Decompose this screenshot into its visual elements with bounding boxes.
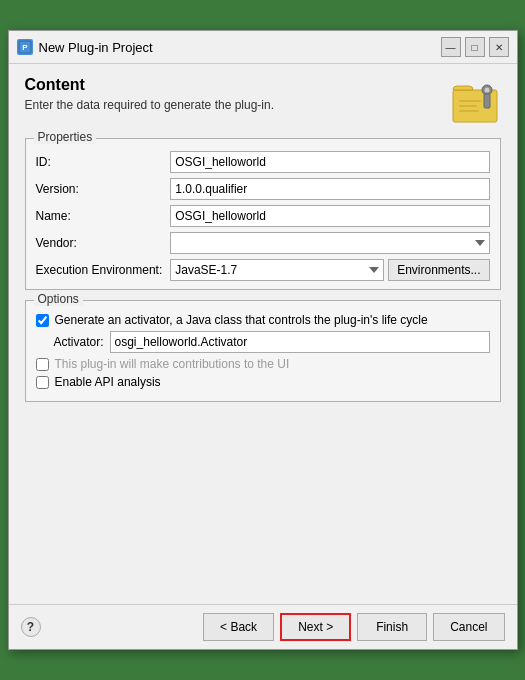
svg-point-5: [484, 88, 489, 93]
content-header: Content Enter the data required to gener…: [25, 76, 501, 128]
execution-env-row: JavaSE-1.7 Environments...: [170, 259, 489, 281]
activator-input[interactable]: [110, 331, 490, 353]
svg-rect-8: [459, 110, 479, 112]
spacer-area: [25, 412, 501, 592]
dialog-body: Content Enter the data required to gener…: [9, 64, 517, 604]
svg-rect-6: [459, 100, 481, 102]
options-section: Options Generate an activator, a Java cl…: [25, 300, 501, 402]
id-input[interactable]: [170, 151, 489, 173]
next-button[interactable]: Next >: [280, 613, 351, 641]
api-analysis-checkbox[interactable]: [36, 376, 49, 389]
name-label: Name:: [36, 209, 163, 223]
generate-activator-row: Generate an activator, a Java class that…: [36, 313, 490, 327]
close-button[interactable]: ✕: [489, 37, 509, 57]
id-label: ID:: [36, 155, 163, 169]
environments-button[interactable]: Environments...: [388, 259, 489, 281]
generate-activator-label: Generate an activator, a Java class that…: [55, 313, 428, 327]
cancel-button[interactable]: Cancel: [433, 613, 504, 641]
dialog-icon: P: [17, 39, 33, 55]
svg-rect-4: [484, 94, 490, 108]
help-button[interactable]: ?: [21, 617, 41, 637]
back-button[interactable]: < Back: [203, 613, 274, 641]
name-input[interactable]: [170, 205, 489, 227]
new-plugin-dialog: P New Plug-in Project ― □ ✕ Content Ente…: [8, 30, 518, 650]
generate-activator-checkbox[interactable]: [36, 314, 49, 327]
properties-grid: ID: Version: Name: Vendor: Execution Env…: [36, 151, 490, 281]
dialog-title: New Plug-in Project: [39, 40, 435, 55]
activator-row: Activator:: [54, 331, 490, 353]
content-subtitle: Enter the data required to generate the …: [25, 98, 275, 112]
api-analysis-row: Enable API analysis: [36, 375, 490, 389]
execution-env-select[interactable]: JavaSE-1.7: [170, 259, 384, 281]
content-icon: [449, 76, 501, 128]
ui-contributions-label: This plug-in will make contributions to …: [55, 357, 290, 371]
version-label: Version:: [36, 182, 163, 196]
maximize-button[interactable]: □: [465, 37, 485, 57]
window-controls: ― □ ✕: [441, 37, 509, 57]
footer-left: ?: [21, 617, 41, 637]
svg-rect-7: [459, 105, 477, 107]
vendor-select[interactable]: [170, 232, 489, 254]
finish-button[interactable]: Finish: [357, 613, 427, 641]
content-title: Content: [25, 76, 275, 94]
properties-section: Properties ID: Version: Name: Vendor: Ex…: [25, 138, 501, 290]
execution-env-label: Execution Environment:: [36, 263, 163, 277]
ui-contributions-row: This plug-in will make contributions to …: [36, 357, 490, 371]
version-input[interactable]: [170, 178, 489, 200]
api-analysis-label: Enable API analysis: [55, 375, 161, 389]
properties-section-label: Properties: [34, 130, 97, 144]
footer-buttons: < Back Next > Finish Cancel: [203, 613, 504, 641]
ui-contributions-checkbox[interactable]: [36, 358, 49, 371]
title-bar: P New Plug-in Project ― □ ✕: [9, 31, 517, 64]
svg-text:P: P: [22, 43, 28, 52]
minimize-button[interactable]: ―: [441, 37, 461, 57]
vendor-label: Vendor:: [36, 236, 163, 250]
content-header-text: Content Enter the data required to gener…: [25, 76, 275, 112]
footer: ? < Back Next > Finish Cancel: [9, 604, 517, 649]
activator-label: Activator:: [54, 335, 104, 349]
options-section-label: Options: [34, 292, 83, 306]
